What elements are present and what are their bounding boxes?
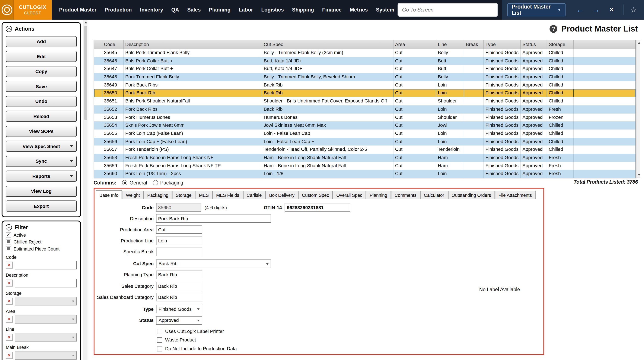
menu-item-labor[interactable]: Labor [235, 7, 257, 13]
favorite-star-icon[interactable]: ☆ [628, 5, 639, 14]
sidebar-scrollbar[interactable] [83, 19, 88, 360]
code-input[interactable] [156, 203, 201, 211]
table-scrollbar[interactable] [636, 40, 640, 178]
tab-overall-spec[interactable]: Overall Spec [333, 191, 366, 199]
column-header-status[interactable]: Status [521, 40, 547, 49]
column-header-code[interactable]: Code [102, 40, 124, 49]
undo-button[interactable]: Undo [6, 96, 77, 107]
column-header-cut-spec[interactable]: Cut Spec [262, 40, 394, 49]
add-button[interactable]: Add [6, 36, 77, 47]
clear-filter-button[interactable]: × [6, 334, 13, 341]
clear-filter-button[interactable]: × [6, 352, 13, 359]
collapse-icon[interactable] [6, 224, 12, 230]
table-row[interactable]: 35648Pork Trimmed Flank BellyBelly - Tri… [94, 73, 636, 81]
tab-mes-fields[interactable]: MES Fields [212, 191, 243, 199]
clear-filter-button[interactable]: × [6, 280, 13, 287]
view-log-button[interactable]: View Log [6, 185, 77, 197]
menu-item-sales[interactable]: Sales [183, 7, 205, 13]
clear-filter-button[interactable]: × [6, 316, 13, 323]
table-row[interactable]: 35655Pork Loin Cap (False Lean)Loin - Fa… [94, 130, 636, 138]
tab-custom-spec[interactable]: Custom Spec [298, 191, 333, 199]
status-select[interactable]: Approved [156, 316, 202, 325]
sync-button[interactable]: Sync [6, 156, 77, 167]
checkbox-waste-product[interactable]: Waste Product [157, 336, 543, 344]
save-button[interactable]: Save [6, 81, 77, 92]
row-selector-cell[interactable] [94, 113, 102, 121]
row-selector-cell[interactable] [94, 97, 102, 105]
description-input[interactable] [156, 214, 271, 223]
tab-weight[interactable]: Weight [122, 191, 144, 199]
row-selector-cell[interactable] [94, 138, 102, 146]
specific-break-input[interactable] [156, 247, 202, 256]
help-icon[interactable]: ? [550, 25, 558, 33]
reload-button[interactable]: Reload [6, 111, 77, 122]
column-header-storage[interactable]: Storage [547, 40, 574, 49]
filter-description-input[interactable] [15, 279, 77, 287]
filter-area-select[interactable] [15, 315, 77, 323]
menu-item-system[interactable]: System [372, 7, 398, 13]
screen-select-dropdown[interactable]: Product Master List ▼ [507, 3, 566, 16]
sales-category-input[interactable] [156, 282, 202, 290]
gtin-input[interactable] [285, 203, 350, 211]
table-row[interactable]: 35652Pork Back RibsBack RibCutLoinFinish… [94, 105, 636, 113]
menu-item-logistics[interactable]: Logistics [257, 7, 288, 13]
tab-planning[interactable]: Planning [366, 191, 391, 199]
goto-screen-input[interactable] [398, 4, 497, 16]
column-header-break[interactable]: Break [464, 40, 484, 49]
clear-filter-button[interactable]: × [6, 298, 13, 305]
row-selector-cell[interactable] [94, 162, 102, 170]
row-selector-cell[interactable] [94, 57, 102, 65]
forward-arrow-icon[interactable]: → [588, 0, 604, 19]
sales-dashboard-category-input[interactable] [156, 293, 202, 301]
production-line-input[interactable] [156, 236, 202, 245]
table-row[interactable]: 35659Fresh Pork Bone in Hams Long Shank … [94, 162, 636, 170]
filter-checkbox-estimated-piece-count[interactable]: Estimated Piece Count [6, 246, 77, 251]
scrollbar-thumb[interactable] [84, 26, 87, 120]
row-selector-cell[interactable] [94, 73, 102, 81]
table-row[interactable]: 35660Pork Loin (1/8 Trim) - 2pcsLoin - 1… [94, 170, 636, 178]
tab-calculator[interactable]: Calculator [420, 191, 448, 199]
filter-line-select[interactable] [15, 333, 77, 342]
tab-file-attachments[interactable]: File Attachments [495, 191, 536, 199]
cut-spec-select[interactable]: Back Rib [156, 259, 271, 268]
row-selector-cell[interactable] [94, 170, 102, 178]
table-row[interactable]: 35653Pork Humerus BonesHumerus BonesCutS… [94, 113, 636, 121]
menu-item-inventory[interactable]: Inventory [136, 7, 167, 13]
scroll-down-button[interactable] [636, 172, 641, 178]
tab-packaging[interactable]: Packaging [144, 191, 172, 199]
table-row[interactable]: 35645Bnls Pork Trimmed Flank BellyBelly … [94, 49, 636, 57]
view-sops-button[interactable]: View SOPs [6, 126, 77, 137]
tab-outstanding-orders[interactable]: Outstanding Orders [448, 191, 495, 199]
row-selector-cell[interactable] [94, 89, 102, 97]
row-selector-cell[interactable] [94, 81, 102, 89]
checkbox-do-not-include-in-production-data[interactable]: Do Not Include In Production Data [157, 344, 543, 353]
table-row[interactable]: 35650Pork Back RibBack RibCutLoinFinishe… [94, 89, 636, 97]
row-selector-cell[interactable] [94, 121, 102, 130]
column-header-description[interactable]: Description [124, 40, 262, 49]
row-selector-cell[interactable] [94, 65, 102, 73]
tab-storage[interactable]: Storage [172, 191, 195, 199]
filter-main-break-select[interactable] [15, 351, 77, 360]
radio-packaging[interactable]: Packaging [153, 180, 183, 185]
type-select[interactable]: Finished Goods [156, 305, 202, 313]
checkbox-uses-cutlogix-label-printer[interactable]: Uses CutLogix Label Printer [157, 327, 543, 336]
table-row[interactable]: 35658Fresh Pork Bone in Hams Long Shank … [94, 154, 636, 162]
tab-base-info[interactable]: Base Info [96, 190, 122, 199]
table-row[interactable]: 35649Pork Back RibsBack RibCutLoinFinish… [94, 81, 636, 89]
table-row[interactable]: 35651Bnls Pork Shoulder NaturalFallShoul… [94, 97, 636, 105]
row-selector-cell[interactable] [94, 49, 102, 57]
collapse-icon[interactable] [6, 26, 12, 32]
filter-code-input[interactable] [15, 261, 77, 269]
table-row[interactable]: 35647Bnls Pork Collar Butt +Butt, Kata 1… [94, 65, 636, 73]
planning-type-input[interactable] [156, 271, 202, 279]
menu-item-qa[interactable]: QA [167, 7, 183, 13]
clear-filter-button[interactable]: × [6, 262, 13, 269]
scroll-up-button[interactable] [84, 19, 88, 25]
menu-item-finance[interactable]: Finance [318, 7, 346, 13]
column-header-type[interactable]: Type [484, 40, 521, 49]
view-spec-sheet-button[interactable]: View Spec Sheet [6, 141, 77, 152]
close-icon[interactable]: × [604, 6, 619, 14]
menu-item-shipping[interactable]: Shipping [288, 7, 318, 13]
table-row[interactable]: 35654Sknls Pork Jowls Meat 6mmJowl Skinl… [94, 121, 636, 130]
edit-button[interactable]: Edit [6, 51, 77, 62]
